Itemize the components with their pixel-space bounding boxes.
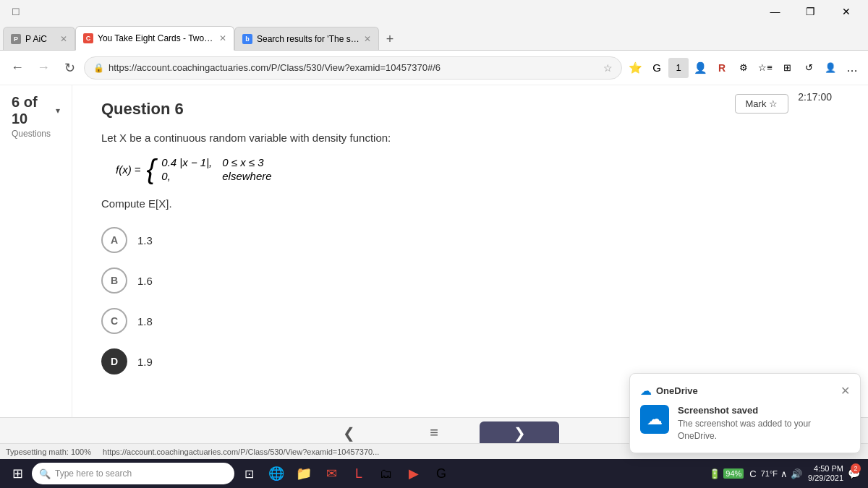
toolbar-icon-4[interactable]: 👤 [690,58,710,78]
answer-value-d: 1.9 [137,356,153,368]
left-sidebar: 6 of 10 ▾ Questions [0,85,72,459]
formula-line1: 0.4 |x − 1|, [161,156,212,168]
taskbar-sound-icon[interactable]: 🔊 [791,468,802,479]
notification-body: The screenshot was added to your OneDriv… [678,418,850,442]
tab3-close-icon[interactable]: ✕ [364,34,371,44]
compute-text: Compute E[X]. [101,197,839,210]
lock-icon: 🔒 [93,63,104,73]
answer-value-b: 1.6 [137,275,153,287]
mark-button[interactable]: Mark ☆ [735,94,789,114]
close-button[interactable]: ✕ [830,0,862,23]
onedrive-notification: ☁ OneDrive ✕ ☁ Screenshot saved The scre… [629,373,861,453]
tab-p-aic[interactable]: P P AiC ✕ [3,27,75,50]
back-button[interactable]: ← [6,56,29,80]
dropdown-chevron: ▾ [56,106,60,116]
answer-value-c: 1.8 [137,315,153,328]
question-counter[interactable]: 6 of 10 ▾ [12,94,60,127]
answer-option-a[interactable]: A 1.3 [101,227,839,253]
taskbar-up-arrow[interactable]: ∧ [780,468,788,479]
window-icon: ☐ [6,7,26,17]
tab2-close-icon[interactable]: ✕ [219,33,226,43]
tab2-icon: C [83,33,93,43]
onedrive-app-icon: ☁ [640,384,652,398]
toolbar-icons: ⭐ G 1 👤 R ⚙ ☆≡ ⊞ ↺ 👤 … [625,58,862,78]
toolbar-icon-5[interactable]: ⚙ [733,58,754,78]
typesetting-status: Typesetting math: 100% [6,448,91,456]
overview-icon: ≡ [430,424,438,441]
taskbar-battery-percent: 94% [723,468,744,479]
toolbar-icon-6[interactable]: ☆≡ [755,58,775,78]
tab3-icon: b [242,34,252,44]
taskbar-search-placeholder: Type here to search [55,468,132,479]
answer-value-a: 1.3 [137,234,153,247]
toolbar-icon-3[interactable]: 1 [668,58,689,78]
answer-options: A 1.3 B 1.6 C 1.8 D 1.9 [101,227,839,374]
formula-range2: elsewhere [222,170,271,182]
forward-button[interactable]: → [32,56,55,80]
taskbar-icon-unknown2[interactable]: 🗂 [373,461,399,487]
new-tab-icon: + [386,32,394,47]
formula-container: f(x) = { 0.4 |x − 1|, 0 ≤ x ≤ 3 0, elsew… [116,155,839,183]
taskbar-wifi-icon: C [749,468,756,479]
toolbar-more-icon[interactable]: … [842,58,862,78]
tab-bar: P P AiC ✕ C You Take Eight Cards - Two 2… [0,23,868,51]
answer-circle-b: B [101,267,127,294]
question-counter-number: 6 of 10 [12,94,53,127]
left-brace-icon: { [147,155,156,183]
notification-title: Screenshot saved [678,405,850,416]
maximize-button[interactable]: ❐ [794,0,827,23]
url-bar[interactable]: 🔒 https://account.coachingactuaries.com/… [84,56,622,80]
questions-label: Questions [12,129,60,139]
question-title: Question 6 [101,100,839,119]
taskbar-time: 4:50 PM [808,464,843,474]
taskbar-icon-explorer[interactable]: 📁 [291,461,317,487]
formula-fx: f(x) = [116,163,141,176]
formula-piecewise: 0.4 |x − 1|, 0 ≤ x ≤ 3 0, elsewhere [161,156,271,182]
taskbar-icon-edge[interactable]: 🌐 [263,461,289,487]
answer-circle-d: D [101,348,127,374]
toolbar-icon-2[interactable]: G [647,58,667,78]
notification-badge: 2 [851,463,861,474]
toolbar-icon-1[interactable]: ⭐ [625,58,645,78]
tab3-label: Search results for 'The school bo [257,34,359,44]
timer: 2:17:00 [798,91,832,103]
taskbar-battery-icon: 🔋 [709,468,720,479]
next-icon: ❯ [514,424,526,442]
tab-search[interactable]: b Search results for 'The school bo ✕ [234,27,379,50]
taskbar-icon-youtube[interactable]: ▶ [401,461,427,487]
toolbar-icon-7[interactable]: ⊞ [777,58,797,78]
taskbar-icon-unknown1[interactable]: L [346,461,372,487]
taskbar-icon-mail[interactable]: ✉ [318,461,344,487]
taskbar-notifications[interactable]: 💬 2 [846,461,861,487]
tab1-close-icon[interactable]: ✕ [60,34,67,44]
taskbar-search-icon: 🔍 [39,468,51,479]
new-tab-button[interactable]: + [379,28,401,50]
url-text: https://account.coachingactuaries.com/P/… [109,62,599,73]
formula-range1: 0 ≤ x ≤ 3 [222,156,271,168]
answer-circle-a: A [101,227,127,253]
start-button[interactable]: ⊞ [4,461,30,487]
tab1-icon: P [11,34,21,44]
taskbar-search-bar[interactable]: 🔍 Type here to search [32,463,234,484]
refresh-button[interactable]: ↻ [58,56,81,80]
answer-option-d[interactable]: D 1.9 [101,348,839,374]
taskbar-date: 9/29/2021 [808,474,843,483]
notification-close-icon[interactable]: ✕ [841,384,850,398]
answer-option-c[interactable]: C 1.8 [101,308,839,334]
taskbar-task-view-icon[interactable]: ⊡ [236,461,262,487]
answer-option-b[interactable]: B 1.6 [101,267,839,294]
taskbar-icon-chrome[interactable]: G [428,461,454,487]
onedrive-logo-icon: ☁ [640,405,669,434]
star-icon[interactable]: ☆ [603,62,613,74]
toolbar-icon-r[interactable]: R [712,58,732,78]
address-bar: ← → ↻ 🔒 https://account.coachingactuarie… [0,51,868,85]
question-intro: Let X be a continuous random variable wi… [101,132,839,144]
toolbar-icon-8[interactable]: ↺ [799,58,819,78]
tab-exam[interactable]: C You Take Eight Cards - Two 2's, T ✕ [75,26,234,51]
taskbar-temp: 71°F [761,469,778,478]
minimize-button[interactable]: — [759,0,791,23]
toolbar-icon-9[interactable]: 👤 [820,58,841,78]
taskbar: ⊞ 🔍 Type here to search ⊡ 🌐 📁 ✉ L 🗂 ▶ G … [0,459,868,488]
tab2-label: You Take Eight Cards - Two 2's, T [98,33,215,43]
tab1-label: P AiC [25,34,56,44]
